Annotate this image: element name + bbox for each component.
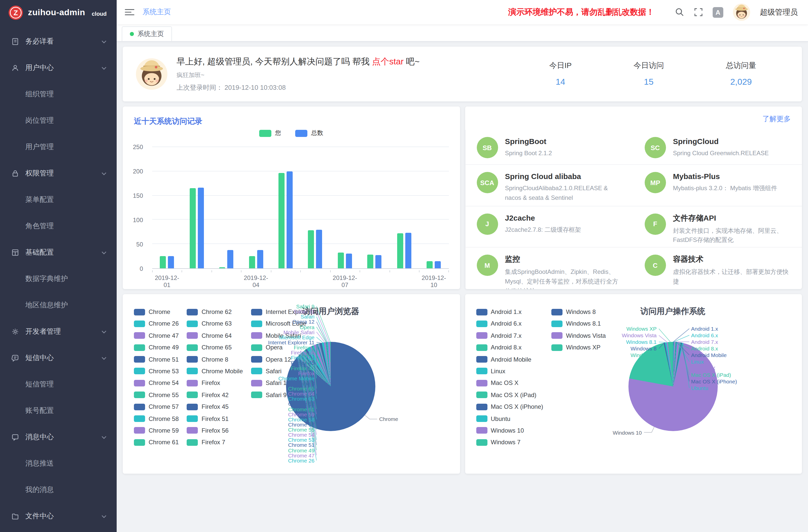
legend-item[interactable]: Windows 10 bbox=[476, 427, 543, 434]
legend-item[interactable]: Firefox 42 bbox=[187, 391, 243, 398]
legend-item[interactable]: Chrome 63 bbox=[187, 320, 243, 327]
legend-item[interactable]: Firefox 51 bbox=[187, 415, 243, 422]
legend-item[interactable]: Chrome 64 bbox=[187, 332, 243, 339]
legend-swatch bbox=[251, 380, 262, 386]
legend-item[interactable]: Ubuntu bbox=[476, 415, 543, 422]
legend-item[interactable]: Chrome 61 bbox=[134, 439, 179, 446]
legend-item[interactable]: Firefox 45 bbox=[187, 403, 243, 410]
sidebar-item-account-config[interactable]: 账号配置 bbox=[0, 398, 117, 424]
bar-总数[interactable] bbox=[435, 261, 441, 268]
legend-item[interactable]: Chrome 58 bbox=[134, 415, 179, 422]
bar-总数[interactable] bbox=[227, 250, 233, 268]
legend-item[interactable]: Chrome 47 bbox=[134, 332, 179, 339]
legend-item[interactable]: Linux bbox=[476, 368, 543, 375]
legend-item[interactable]: Android 7.x bbox=[476, 332, 543, 339]
bar-您[interactable] bbox=[160, 256, 166, 268]
bar-您[interactable] bbox=[249, 256, 255, 268]
legend-item[interactable]: Chrome 49 bbox=[134, 344, 179, 351]
legend-item[interactable]: Chrome 54 bbox=[134, 380, 179, 387]
legend-item[interactable]: Chrome 57 bbox=[134, 403, 179, 410]
username[interactable]: 超级管理员 bbox=[760, 7, 798, 17]
tab-home[interactable]: 系统主页 bbox=[122, 26, 172, 41]
avatar[interactable] bbox=[733, 3, 750, 21]
legend-item[interactable]: Chrome 62 bbox=[187, 308, 243, 315]
legend-item[interactable]: Android 1.x bbox=[476, 308, 543, 315]
sidebar-item-developer[interactable]: 开发者管理 bbox=[0, 318, 117, 345]
legend-item[interactable]: Windows 8 bbox=[551, 308, 606, 315]
bar-您[interactable] bbox=[338, 253, 344, 268]
feature-text: SpringBoot Spring Boot 2.1.2 bbox=[505, 137, 552, 158]
sidebar-item-menu-config[interactable]: 菜单配置 bbox=[0, 187, 117, 213]
font-size-icon[interactable]: A bbox=[713, 7, 723, 18]
bar-总数[interactable] bbox=[168, 256, 174, 268]
bar-总数[interactable] bbox=[316, 230, 322, 268]
sidebar-item-message-center[interactable]: 消息中心 bbox=[0, 424, 117, 450]
bar-总数[interactable] bbox=[198, 188, 204, 268]
legend-item[interactable]: Chrome 53 bbox=[134, 368, 179, 375]
sidebar-item-must-read[interactable]: 务必详看 bbox=[0, 29, 117, 55]
sidebar-item-sms-center[interactable]: 短信中心 bbox=[0, 345, 117, 371]
sidebar-item-message-push[interactable]: 消息推送 bbox=[0, 450, 117, 477]
bar-您[interactable] bbox=[189, 188, 196, 268]
legend-item[interactable]: Windows 8.1 bbox=[551, 320, 606, 327]
feature-item: F 文件存储API 封装文件接口，实现本地存储、阿里云、FastDFS存储的配置… bbox=[633, 206, 802, 247]
bar-您[interactable] bbox=[427, 261, 433, 268]
legend-item[interactable]: Android 6.x bbox=[476, 320, 543, 327]
sidebar-item-file-center[interactable]: 文件中心 bbox=[0, 503, 117, 530]
legend-item[interactable]: Chrome 59 bbox=[134, 427, 179, 434]
legend-item[interactable]: Mac OS X bbox=[476, 380, 543, 387]
sidebar-item-permission[interactable]: 权限管理 bbox=[0, 160, 117, 187]
pie-label-line bbox=[659, 329, 670, 342]
legend-item[interactable]: Windows 7 bbox=[476, 439, 543, 446]
legend-item[interactable]: Chrome 51 bbox=[134, 356, 179, 363]
bar-您[interactable] bbox=[278, 173, 284, 268]
bar-总数[interactable] bbox=[405, 233, 411, 268]
bar-您[interactable] bbox=[308, 231, 314, 268]
sidebar-item-base-config[interactable]: 基础配置 bbox=[0, 239, 117, 266]
legend-item[interactable]: 您 bbox=[259, 129, 281, 137]
bar-您[interactable] bbox=[367, 255, 373, 268]
bar-您[interactable] bbox=[219, 267, 225, 268]
feature-title: SpringBoot bbox=[505, 137, 552, 146]
sidebar-item-user-management[interactable]: 用户管理 bbox=[0, 134, 117, 160]
bar-总数[interactable] bbox=[287, 171, 293, 268]
learn-more-link[interactable]: 了解更多 bbox=[763, 115, 791, 124]
legend-item[interactable]: Chrome 8 bbox=[187, 356, 243, 363]
feature-item: M 监控 集成SpringBootAdmin、Zipkin、Redis、Mysq… bbox=[465, 248, 633, 289]
legend-item[interactable]: Mac OS X (iPad) bbox=[476, 391, 543, 398]
legend-item[interactable]: Chrome bbox=[134, 308, 179, 315]
legend-item[interactable]: Android Mobile bbox=[476, 356, 543, 363]
sidebar-item-sms-management[interactable]: 短信管理 bbox=[0, 371, 117, 398]
legend-item[interactable]: Firefox 56 bbox=[187, 427, 243, 434]
legend-item[interactable]: Windows XP bbox=[551, 344, 606, 351]
legend-item[interactable]: 总数 bbox=[295, 129, 323, 137]
bar-总数[interactable] bbox=[346, 254, 352, 268]
sidebar-item-role-management[interactable]: 角色管理 bbox=[0, 213, 117, 239]
legend-item[interactable]: Windows Vista bbox=[551, 332, 606, 339]
menu-fold-icon[interactable] bbox=[125, 8, 134, 16]
star-link[interactable]: 点个star bbox=[372, 57, 404, 67]
legend-label: Mac OS X (iPad) bbox=[491, 391, 536, 398]
legend-item[interactable]: Firefox 7 bbox=[187, 439, 243, 446]
legend-item[interactable]: Chrome 55 bbox=[134, 391, 179, 398]
chevron-down-icon bbox=[102, 172, 107, 175]
logo[interactable]: Z zuihou-admin cloud bbox=[0, 0, 117, 25]
sidebar-item-org-management[interactable]: 组织管理 bbox=[0, 81, 117, 108]
legend-item[interactable]: Android 8.x bbox=[476, 344, 543, 351]
search-icon[interactable] bbox=[675, 7, 684, 17]
legend-item[interactable]: Mac OS X (iPhone) bbox=[476, 403, 543, 410]
legend-item[interactable]: Firefox bbox=[187, 380, 243, 387]
sidebar-item-dict-maintenance[interactable]: 数据字典维护 bbox=[0, 266, 117, 292]
sidebar-item-post-management[interactable]: 岗位管理 bbox=[0, 108, 117, 134]
bar-您[interactable] bbox=[397, 233, 403, 268]
legend-item[interactable]: Chrome 65 bbox=[187, 344, 243, 351]
sidebar-item-my-messages[interactable]: 我的消息 bbox=[0, 477, 117, 503]
fullscreen-icon[interactable] bbox=[694, 7, 703, 17]
breadcrumb[interactable]: 系统主页 bbox=[143, 7, 171, 17]
bar-总数[interactable] bbox=[257, 250, 263, 268]
legend-item[interactable]: Chrome 26 bbox=[134, 320, 179, 327]
sidebar-item-region-maintenance[interactable]: 地区信息维护 bbox=[0, 292, 117, 318]
sidebar-item-user-center[interactable]: 用户中心 bbox=[0, 55, 117, 81]
legend-item[interactable]: Chrome Mobile bbox=[187, 368, 243, 375]
bar-总数[interactable] bbox=[375, 255, 382, 268]
